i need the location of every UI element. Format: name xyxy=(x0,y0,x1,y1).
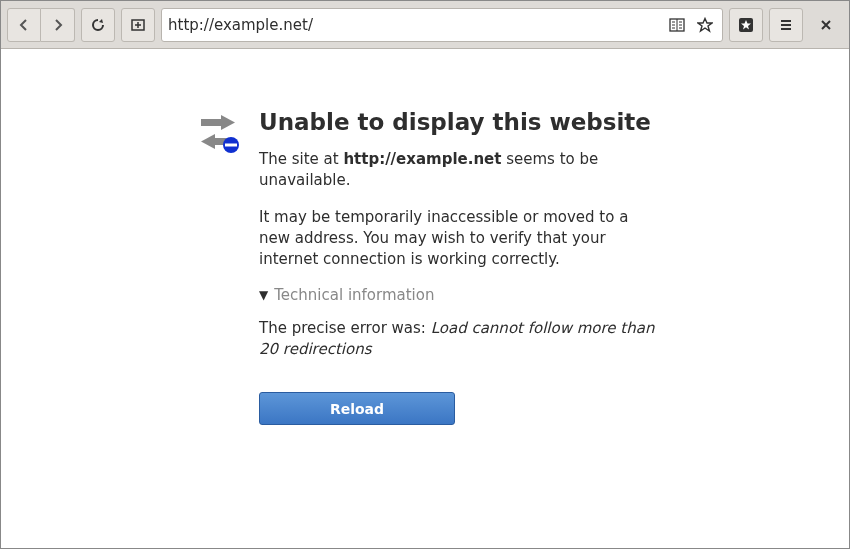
triangle-down-icon: ▼ xyxy=(259,288,268,302)
network-error-icon xyxy=(195,111,241,155)
error-icon xyxy=(195,109,241,425)
error-line1-prefix: The site at xyxy=(259,150,343,168)
close-window-button[interactable] xyxy=(809,8,843,42)
forward-button[interactable] xyxy=(41,8,75,42)
address-bar[interactable] xyxy=(161,8,723,42)
reload-icon xyxy=(90,17,106,33)
back-button[interactable] xyxy=(7,8,41,42)
bookmarks-button[interactable] xyxy=(729,8,763,42)
precise-error: The precise error was: Load cannot follo… xyxy=(259,318,655,360)
error-line1-url: http://example.net xyxy=(343,150,501,168)
reader-mode-button[interactable] xyxy=(666,14,688,36)
technical-info-label: Technical information xyxy=(274,286,434,304)
reader-icon xyxy=(669,18,685,32)
url-input[interactable] xyxy=(168,16,660,34)
svg-rect-4 xyxy=(225,144,237,147)
new-tab-button[interactable] xyxy=(121,8,155,42)
page-content: Unable to display this website The site … xyxy=(1,49,849,425)
menu-button[interactable] xyxy=(769,8,803,42)
nav-buttons xyxy=(7,8,75,42)
error-panel: Unable to display this website The site … xyxy=(195,109,655,425)
close-icon xyxy=(820,19,832,31)
star-outline-icon xyxy=(697,17,713,33)
new-tab-icon xyxy=(130,17,146,33)
reload-button[interactable]: Reload xyxy=(259,392,455,425)
bookmark-button[interactable] xyxy=(694,14,716,36)
browser-toolbar xyxy=(1,1,849,49)
star-filled-icon xyxy=(738,17,754,33)
error-title: Unable to display this website xyxy=(259,109,655,135)
technical-info-toggle[interactable]: ▼ Technical information xyxy=(259,286,655,304)
error-explanation: It may be temporarily inaccessible or mo… xyxy=(259,207,655,270)
chevron-right-icon xyxy=(51,18,65,32)
precise-error-prefix: The precise error was: xyxy=(259,319,431,337)
error-site-line: The site at http://example.net seems to … xyxy=(259,149,655,191)
hamburger-icon xyxy=(779,18,793,32)
reload-toolbar-button[interactable] xyxy=(81,8,115,42)
chevron-left-icon xyxy=(17,18,31,32)
